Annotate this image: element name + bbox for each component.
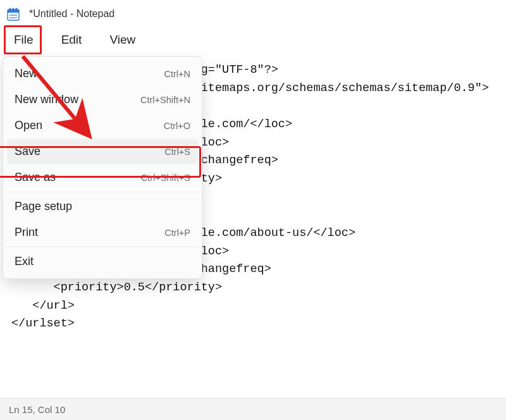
file-menu-open-label: Open [15,119,42,132]
file-menu-open-shortcut: Ctrl+O [164,121,190,131]
menu-view[interactable]: View [104,30,140,49]
title-bar: *Untitled - Notepad [0,0,506,28]
status-bar: Ln 15, Col 10 [0,398,506,420]
file-menu-print-shortcut: Ctrl+P [164,228,190,238]
file-menu-save[interactable]: Save Ctrl+S [7,139,198,164]
svg-point-3 [13,8,15,10]
file-menu-save-as-shortcut: Ctrl+Shift+S [141,173,190,183]
file-menu-exit-label: Exit [15,255,34,268]
file-menu-print[interactable]: Print Ctrl+P [3,219,202,245]
svg-point-4 [16,8,18,10]
file-menu-new-shortcut: Ctrl+N [164,69,191,79]
file-menu-page-setup-label: Page setup [15,200,72,213]
menu-edit-label: Edit [61,33,82,46]
file-menu-save-as[interactable]: Save as Ctrl+Shift+S [3,164,202,190]
file-menu-new-window[interactable]: New window Ctrl+Shift+N [3,87,202,113]
file-menu-new[interactable]: New Ctrl+N [3,61,202,87]
svg-rect-1 [8,9,19,13]
file-menu-print-label: Print [15,226,38,239]
menu-view-label: View [109,33,135,46]
file-menu-new-window-label: New window [15,93,78,106]
menu-edit[interactable]: Edit [56,30,87,49]
file-menu-new-label: New [15,67,37,80]
svg-point-2 [9,8,11,10]
menu-bar: File Edit View [0,28,506,56]
file-menu-save-label: Save [15,145,40,158]
cursor-position: Ln 15, Col 10 [9,404,65,415]
menu-file[interactable]: File [9,30,39,49]
file-menu-new-window-shortcut: Ctrl+Shift+N [140,95,190,105]
file-menu-exit[interactable]: Exit [3,249,202,275]
file-menu-save-shortcut: Ctrl+S [164,147,190,157]
editor-area: <?xml version="1.0" encoding="UTF-8"?> <… [0,56,506,411]
notepad-icon [6,7,20,21]
menu-separator [3,192,202,192]
menu-file-label: File [14,33,34,46]
menu-separator [3,247,202,247]
window-title: *Untitled - Notepad [29,8,114,20]
file-menu-save-as-label: Save as [15,171,56,184]
file-menu-page-setup[interactable]: Page setup [3,194,202,219]
file-menu-open[interactable]: Open Ctrl+O [3,113,202,139]
file-menu-dropdown: New Ctrl+N New window Ctrl+Shift+N Open … [3,56,202,279]
